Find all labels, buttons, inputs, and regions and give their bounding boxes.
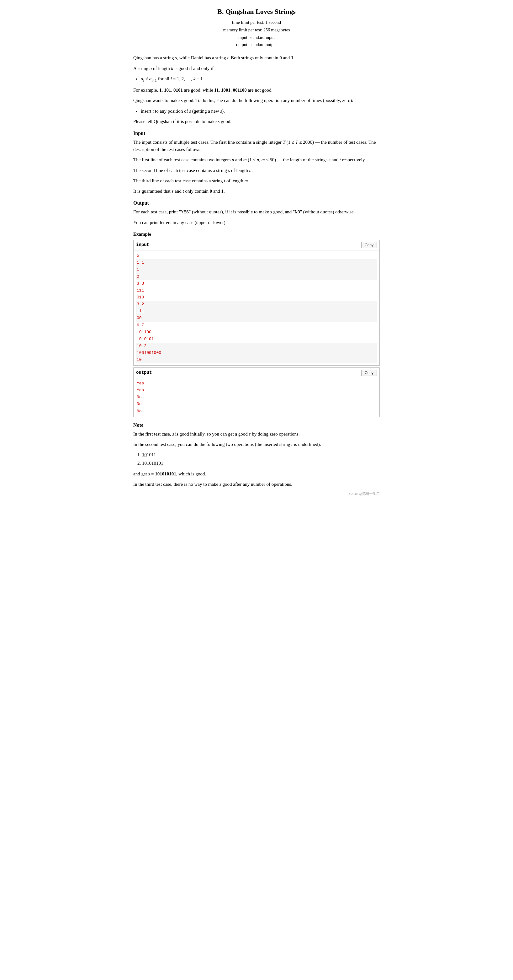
example-input-block: input Copy 5 1 1 1 0 3 3 111 010 3 2 111…	[133, 240, 380, 366]
copy-output-button[interactable]: Copy	[361, 370, 377, 376]
example-output-body: Yes Yes No No No	[133, 378, 380, 417]
note-p4: In the third test case, there is no way …	[133, 481, 380, 488]
page-title: B. Qingshan Loves Strings	[133, 6, 380, 17]
copy-input-button[interactable]: Copy	[361, 242, 377, 248]
output-line-1: Yes	[136, 380, 377, 387]
intro-p3: For example, 1, 101, 0101 are good, whil…	[133, 87, 380, 94]
intro-p4: Qingshan wants to make s good. To do thi…	[133, 97, 380, 104]
note-p3: and get s = 101010101, which is good.	[133, 470, 380, 477]
csdn-watermark: CSDN @陈进士学习	[133, 491, 380, 496]
note-section: Note In the first test case, s is good i…	[133, 422, 380, 488]
bullet-item-1: ai ≠ ai+1 for all i = 1, 2, …, k − 1.	[141, 75, 380, 83]
note-list-item-1: 101011	[142, 451, 380, 458]
input-line-10: 6 7	[136, 322, 377, 329]
output-line-5: No	[136, 408, 377, 415]
memory-limit: memory limit per test: 256 megabytes	[133, 26, 380, 34]
input-type: input: standard input	[133, 34, 380, 41]
input-line-8: 111	[136, 308, 377, 315]
input-p5: It is guaranteed that s and t only conta…	[133, 188, 380, 195]
input-line-7: 3 2	[136, 301, 377, 308]
output-label: output	[136, 369, 152, 376]
output-line-2: Yes	[136, 387, 377, 394]
example-output-header: output Copy	[133, 368, 380, 378]
input-p3: The second line of each test case contai…	[133, 167, 380, 174]
example-output-block: output Copy Yes Yes No No No	[133, 368, 380, 417]
input-section-title: Input	[133, 130, 380, 137]
note-ordered-list: 101011 101010101	[142, 451, 380, 467]
time-limit: time limit per test: 1 second	[133, 19, 380, 26]
note-p1: In the first test case, s is good initia…	[133, 431, 380, 438]
bullet-list-1: ai ≠ ai+1 for all i = 1, 2, …, k − 1.	[141, 75, 380, 83]
note-title: Note	[133, 422, 380, 429]
intro-p2: A string a of length k is good if and on…	[133, 65, 380, 72]
input-line-9: 00	[136, 315, 377, 321]
input-line-3: 0	[136, 273, 377, 280]
output-line-4: No	[136, 401, 377, 407]
input-label: input	[136, 242, 149, 248]
input-line-13: 10 2	[136, 343, 377, 350]
input-line-5: 111	[136, 287, 377, 294]
example-input-header: input Copy	[133, 240, 380, 250]
input-line-11: 101100	[136, 329, 377, 336]
output-type: output: standard output	[133, 41, 380, 49]
input-line-14: 1001001000	[136, 350, 377, 356]
output-section-title: Output	[133, 199, 380, 207]
input-line-15: 10	[136, 356, 377, 363]
input-p2: The first line of each test case contain…	[133, 156, 380, 164]
output-line-3: No	[136, 394, 377, 401]
output-p2: You can print letters in any case (upper…	[133, 219, 380, 226]
input-line-12: 1010101	[136, 336, 377, 343]
example-input-body: 5 1 1 1 0 3 3 111 010 3 2 111 00 6 7 101…	[133, 250, 380, 365]
bullet-list-2: insert t to any position of s (getting a…	[141, 108, 380, 115]
bullet-item-2: insert t to any position of s (getting a…	[141, 108, 380, 115]
intro-p1: Qingshan has a string s, while Daniel ha…	[133, 54, 380, 62]
input-line-6: 010	[136, 294, 377, 301]
input-p1: The input consists of multiple test case…	[133, 139, 380, 153]
intro-p5: Please tell Qingshan if it is possible t…	[133, 118, 380, 125]
input-line-0: 5	[136, 252, 377, 259]
input-line-4: 3 3	[136, 280, 377, 287]
output-p1: For each test case, print "YES" (without…	[133, 208, 380, 216]
input-p4: The third line of each test case contain…	[133, 177, 380, 185]
note-p2: In the second test case, you can do the …	[133, 441, 380, 448]
note-list-item-2: 101010101	[142, 460, 380, 467]
meta-info: time limit per test: 1 second memory lim…	[133, 19, 380, 49]
input-line-2: 1	[136, 266, 377, 273]
example-title: Example	[133, 231, 380, 238]
input-line-1: 1 1	[136, 259, 377, 266]
